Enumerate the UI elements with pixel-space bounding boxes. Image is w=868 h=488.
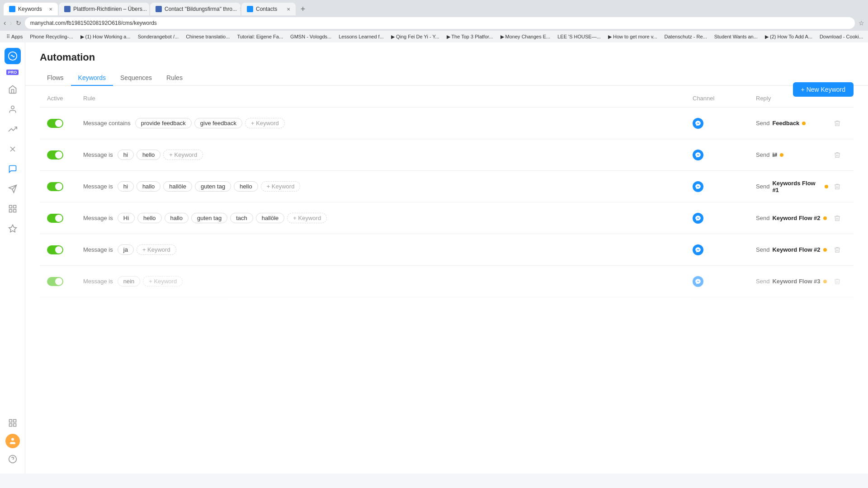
bookmark-16[interactable]: Download - Cooki... — [817, 33, 866, 40]
reply-name[interactable]: Keyword Flow #3 — [772, 278, 820, 285]
back-button[interactable]: ‹ — [4, 19, 6, 27]
keyword-tag[interactable]: hi — [118, 150, 134, 160]
keyword-tag[interactable]: hallo — [165, 213, 189, 223]
tab-sequences[interactable]: Sequences — [113, 70, 159, 86]
avatar[interactable] — [5, 434, 20, 448]
add-keyword-button[interactable]: + Keyword — [163, 150, 203, 160]
add-keyword-button[interactable]: + Keyword — [261, 181, 301, 192]
delete-button-row5[interactable] — [828, 246, 846, 253]
add-keyword-button[interactable]: + Keyword — [137, 244, 176, 255]
bookmark-12[interactable]: ▶ How to get more v... — [605, 33, 660, 41]
sidebar-icon-integrations[interactable] — [4, 414, 22, 432]
delete-button-row2[interactable] — [828, 151, 846, 159]
sidebar-icon-automation[interactable] — [4, 160, 22, 178]
browser-tab-contact[interactable]: Contact "Bildungsfirma" thro... ✕ — [150, 3, 241, 15]
toggle-switch[interactable] — [47, 245, 63, 254]
add-keyword-button[interactable]: + Keyword — [143, 276, 183, 286]
toggle-row2[interactable] — [47, 150, 83, 160]
reply-name[interactable]: i# — [772, 151, 777, 158]
keyword-tag[interactable]: hello — [137, 150, 160, 160]
reply-name[interactable]: Keywords Flow #1 — [772, 180, 822, 193]
keyword-tag[interactable]: hello — [137, 213, 161, 223]
bookmark-9[interactable]: ▶ The Top 3 Platfor... — [444, 33, 496, 41]
send-icon — [8, 184, 17, 193]
toggle-switch[interactable] — [47, 277, 63, 286]
keyword-tag[interactable]: give feedback — [194, 118, 242, 128]
toggle-switch[interactable] — [47, 182, 63, 191]
bookmark-button[interactable]: ☆ — [859, 19, 864, 27]
keyword-tag[interactable]: hallöle — [256, 213, 285, 223]
settings-icon — [8, 224, 17, 233]
sidebar-icon-analytics[interactable] — [4, 200, 22, 218]
reload-button[interactable]: ↻ — [16, 19, 21, 27]
app-logo[interactable] — [5, 48, 21, 64]
browser-tab-contacts[interactable]: Contacts ✕ — [241, 3, 296, 15]
keyword-tag[interactable]: hallo — [137, 181, 160, 192]
bookmark-3[interactable]: Sonderangebot /... — [135, 33, 182, 40]
keyword-tag[interactable]: guten tag — [195, 181, 231, 192]
toggle-row5[interactable] — [47, 245, 83, 254]
delete-button-row4[interactable] — [828, 215, 846, 222]
keyword-tag[interactable]: hallöle — [163, 181, 192, 192]
delete-button-row1[interactable] — [828, 120, 846, 127]
trash-icon — [834, 278, 841, 285]
tab-flows[interactable]: Flows — [40, 70, 71, 86]
toggle-switch[interactable] — [47, 119, 63, 128]
toggle-row3[interactable] — [47, 182, 83, 191]
keyword-tag[interactable]: provide feedback — [135, 118, 192, 128]
add-keyword-button[interactable]: + Keyword — [245, 118, 285, 128]
bookmark-11[interactable]: LEE 'S HOUSE—... — [555, 33, 604, 40]
sidebar-icon-settings[interactable] — [4, 220, 22, 238]
bookmark-10[interactable]: ▶ Money Changes E... — [498, 33, 553, 41]
add-keyword-button[interactable]: + Keyword — [287, 213, 327, 223]
bookmark-apps[interactable]: ⠿ Apps — [4, 33, 25, 41]
toggle-row4[interactable] — [47, 214, 83, 223]
tab-close-icon[interactable]: ✕ — [287, 7, 290, 12]
reply-name[interactable]: Keyword Flow #2 — [772, 215, 820, 221]
reply-name[interactable]: Keyword Flow #2 — [772, 246, 820, 253]
sidebar-icon-help[interactable] — [4, 450, 22, 468]
new-tab-button[interactable]: + — [297, 3, 309, 15]
bookmark-6[interactable]: GMSN - Vologds... — [288, 33, 334, 40]
keyword-tag[interactable]: ja — [118, 244, 134, 255]
bookmark-15[interactable]: ▶ (2) How To Add A... — [762, 33, 815, 41]
toggle-switch[interactable] — [47, 150, 63, 160]
bookmark-8[interactable]: ▶ Qing Fei De Yi - Y... — [388, 33, 442, 41]
sidebar-icon-growth[interactable] — [4, 120, 22, 138]
keyword-tag[interactable]: nein — [118, 276, 141, 286]
browser-tab-plattform[interactable]: Plattform-Richtlinien – Übers... ✕ — [59, 3, 149, 15]
main-content: Automation + New Keyword Flows Keywords … — [25, 42, 868, 474]
bookmark-14[interactable]: Student Wants an... — [712, 33, 760, 40]
tab-keywords[interactable]: Keywords — [71, 70, 113, 86]
forward-button[interactable]: › — [9, 19, 12, 27]
toggle-switch[interactable] — [47, 214, 63, 223]
browser-tab-keywords[interactable]: Keywords ✕ — [4, 3, 58, 15]
bookmark-7[interactable]: Lessons Learned f... — [336, 33, 387, 40]
bookmark-1[interactable]: Phone Recycling-... — [27, 33, 75, 40]
bookmark-2[interactable]: ▶ (1) How Working a... — [78, 33, 133, 41]
sidebar-icon-send[interactable] — [4, 180, 22, 198]
bookmark-4[interactable]: Chinese translatio... — [183, 33, 232, 40]
delete-button-row3[interactable] — [828, 183, 846, 190]
reply-prefix: Send — [756, 151, 769, 158]
reply-cell-row6: Send Keyword Flow #3 — [756, 278, 828, 285]
toggle-row6[interactable] — [47, 277, 83, 286]
bookmark-5[interactable]: Tutorial: Eigene Fa... — [234, 33, 286, 40]
sidebar-icon-flows[interactable] — [4, 140, 22, 158]
tab-close-icon[interactable]: ✕ — [240, 7, 241, 12]
keyword-tag[interactable]: tach — [230, 213, 253, 223]
tab-close-icon[interactable]: ✕ — [49, 7, 52, 12]
sidebar-icon-home[interactable] — [4, 80, 22, 99]
keyword-tag[interactable]: Hi — [118, 213, 135, 223]
toggle-row1[interactable] — [47, 119, 83, 128]
delete-button-row6[interactable] — [828, 278, 846, 285]
new-keyword-button[interactable]: + New Keyword — [793, 82, 854, 97]
keyword-tag[interactable]: hi — [118, 181, 134, 192]
reply-name[interactable]: Feedback — [772, 120, 799, 127]
keyword-tag[interactable]: guten tag — [191, 213, 227, 223]
bookmark-13[interactable]: Datenschutz - Re... — [662, 33, 710, 40]
sidebar-icon-contacts[interactable] — [4, 100, 22, 118]
keyword-tag[interactable]: hello — [234, 181, 258, 192]
tab-rules[interactable]: Rules — [159, 70, 190, 86]
address-input[interactable] — [25, 17, 855, 29]
